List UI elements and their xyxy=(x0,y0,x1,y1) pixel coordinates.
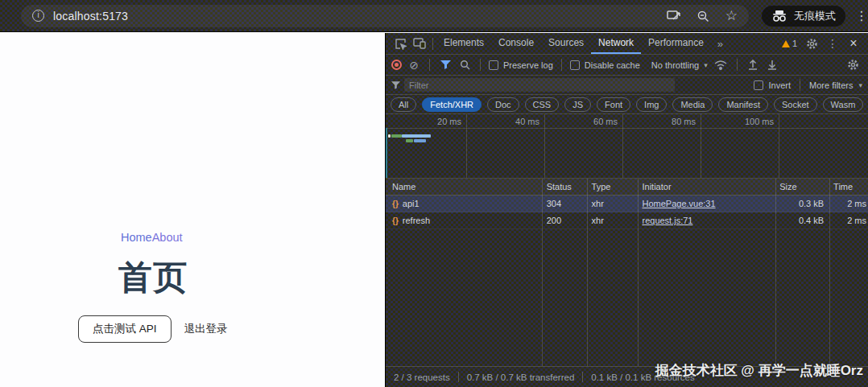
request-name-cell[interactable]: {}refresh xyxy=(386,216,542,225)
web-page: HomeAbout 首页 点击测试 API 退出登录 xyxy=(0,33,385,387)
chip-js[interactable]: JS xyxy=(564,97,591,112)
chip-media[interactable]: Media xyxy=(672,97,713,112)
col-header-initiator[interactable]: Initiator xyxy=(637,182,775,191)
url-text[interactable]: localhost:5173 xyxy=(53,10,128,23)
tab-network[interactable]: Network xyxy=(591,33,641,54)
throttling-select[interactable]: No throttling xyxy=(651,60,699,70)
inspect-element-icon[interactable] xyxy=(391,35,410,52)
tick-60ms: 60 ms xyxy=(569,117,618,126)
devtools-tabbar: Elements Console Sources Network Perform… xyxy=(386,33,868,55)
devtools-settings-icon[interactable] xyxy=(802,35,821,52)
more-filters-caret-icon: ▾ xyxy=(858,81,862,89)
initiator-link[interactable]: HomePage.vue:31 xyxy=(642,199,715,208)
transferred-summary: 0.7 kB / 0.7 kB transferred xyxy=(467,373,575,382)
device-toolbar-icon[interactable] xyxy=(410,35,429,52)
column-separator[interactable] xyxy=(638,179,639,366)
invert-label[interactable]: Invert xyxy=(769,80,792,90)
column-separator[interactable] xyxy=(775,179,776,366)
devtools-close-icon[interactable]: × xyxy=(844,35,863,52)
statusbar-divider xyxy=(458,372,459,382)
network-status-bar: 2 / 3 requests 0.7 kB / 0.7 kB transferr… xyxy=(386,366,868,387)
site-info-icon[interactable]: i xyxy=(32,10,44,22)
bookmark-star-icon[interactable]: ☆ xyxy=(725,7,738,24)
logout-button[interactable]: 退出登录 xyxy=(181,316,231,342)
toolbar-divider xyxy=(561,59,562,71)
waterfall-bar xyxy=(406,139,413,142)
chip-wasm[interactable]: Wasm xyxy=(823,97,864,112)
nav-link-about[interactable]: About xyxy=(152,231,183,244)
tab-performance[interactable]: Performance xyxy=(641,33,711,54)
filter-funnel-small-icon xyxy=(391,81,400,89)
chip-doc[interactable]: Doc xyxy=(487,97,519,112)
filter-funnel-icon[interactable] xyxy=(438,56,453,74)
send-to-devices-icon[interactable] xyxy=(667,10,680,22)
request-size: 0.4 kB xyxy=(775,216,829,225)
tab-sources[interactable]: Sources xyxy=(541,33,591,54)
issues-warning[interactable]: 1 xyxy=(779,39,800,48)
request-time: 2 ms xyxy=(829,216,868,225)
tab-console[interactable]: Console xyxy=(491,33,541,54)
col-header-name[interactable]: Name xyxy=(386,182,542,191)
search-icon[interactable] xyxy=(457,56,472,74)
network-settings-icon[interactable] xyxy=(843,56,862,74)
export-har-icon[interactable] xyxy=(765,56,779,74)
col-header-status[interactable]: Status xyxy=(542,182,587,191)
chip-all[interactable]: All xyxy=(391,97,416,112)
chip-fetch-xhr[interactable]: Fetch/XHR xyxy=(422,97,482,112)
initiator-link[interactable]: request.js:71 xyxy=(642,216,692,225)
table-row[interactable]: {}refresh 200 xhr request.js:71 0.4 kB 2… xyxy=(386,212,868,229)
col-header-type[interactable]: Type xyxy=(587,182,638,191)
request-time: 2 ms xyxy=(829,199,868,208)
more-tabs-icon[interactable]: » xyxy=(711,38,730,50)
column-separator[interactable] xyxy=(829,179,830,366)
filterbar-divider xyxy=(800,79,800,91)
overview-left-handle[interactable] xyxy=(386,128,387,178)
chip-img[interactable]: Img xyxy=(636,97,667,112)
col-header-time[interactable]: Time xyxy=(829,182,868,191)
browser-toolbar: i localhost:5173 ☆ xyxy=(0,0,868,32)
record-network-icon[interactable] xyxy=(391,60,402,70)
xhr-braces-icon: {} xyxy=(392,200,399,208)
filter-input[interactable]: Filter xyxy=(404,78,675,92)
waterfall-bar xyxy=(388,134,391,138)
tabbar-right-group: 1 ⋮ × xyxy=(779,35,863,52)
network-conditions-icon[interactable] xyxy=(713,56,729,74)
chip-css[interactable]: CSS xyxy=(525,97,560,112)
disable-cache-checkbox[interactable] xyxy=(570,60,580,70)
tick-20ms: 20 ms xyxy=(413,117,461,126)
devtools-panel: Elements Console Sources Network Perform… xyxy=(385,33,868,387)
request-name-cell[interactable]: {}api1 xyxy=(386,199,542,208)
column-separator[interactable] xyxy=(542,179,543,366)
page-nav: HomeAbout xyxy=(121,231,183,244)
chip-socket[interactable]: Socket xyxy=(774,97,817,112)
invert-checkbox[interactable] xyxy=(754,80,763,90)
clear-network-icon[interactable]: ⊘ xyxy=(407,56,421,74)
requests-summary[interactable]: 2 / 3 requests xyxy=(394,373,450,382)
chip-font[interactable]: Font xyxy=(597,97,630,112)
zoom-level-icon[interactable] xyxy=(696,10,709,23)
tabbar-divider xyxy=(432,38,433,50)
chip-manifest[interactable]: Manifest xyxy=(718,97,768,112)
incognito-icon xyxy=(771,10,787,22)
more-filters-button[interactable]: More filters xyxy=(809,80,853,90)
request-status: 200 xyxy=(542,216,587,225)
network-overview[interactable]: 20 ms 40 ms 60 ms 80 ms 100 ms xyxy=(386,114,868,179)
nav-link-home[interactable]: Home xyxy=(121,231,152,244)
col-header-size[interactable]: Size xyxy=(775,182,829,191)
statusbar-divider xyxy=(582,372,583,382)
browser-menu-icon[interactable]: ⋮ xyxy=(855,10,868,23)
column-separator[interactable] xyxy=(587,179,588,366)
disable-cache-label[interactable]: Disable cache xyxy=(585,60,640,70)
toolbar-divider xyxy=(480,59,481,71)
devtools-menu-icon[interactable]: ⋮ xyxy=(823,35,842,52)
request-type: xhr xyxy=(587,216,638,225)
incognito-badge: 无痕模式 xyxy=(762,6,845,27)
resource-type-chips: All Fetch/XHR Doc CSS JS Font Img Media … xyxy=(386,95,868,114)
test-api-button[interactable]: 点击测试 API xyxy=(78,315,172,343)
preserve-log-label[interactable]: Preserve log xyxy=(503,60,553,70)
import-har-icon[interactable] xyxy=(746,56,760,74)
address-bar[interactable]: i localhost:5173 ☆ xyxy=(21,5,749,27)
tab-elements[interactable]: Elements xyxy=(436,33,491,54)
preserve-log-checkbox[interactable] xyxy=(489,60,498,70)
table-row[interactable]: {}api1 304 xhr HomePage.vue:31 0.3 kB 2 … xyxy=(386,196,868,212)
